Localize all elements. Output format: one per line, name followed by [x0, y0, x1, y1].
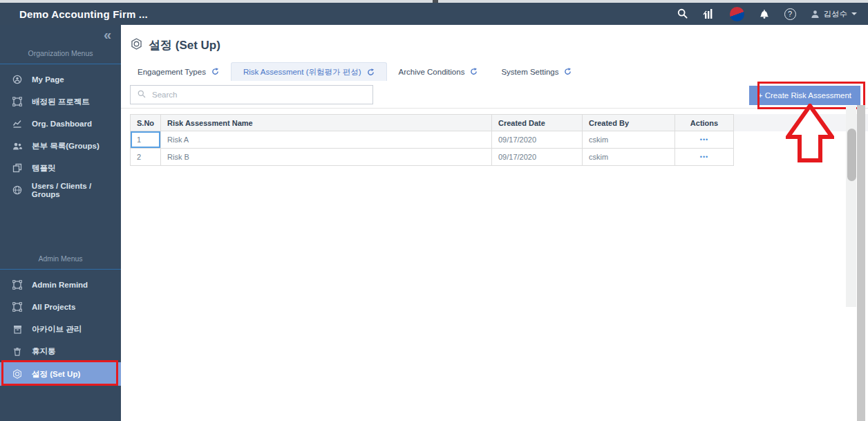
tab-system-settings[interactable]: System Settings: [489, 62, 583, 81]
sidebar-item-label: 아카이브 관리: [32, 324, 82, 335]
cell-created-date: 09/17/2020: [492, 131, 583, 149]
tab-label: System Settings: [501, 68, 558, 76]
col-header-name[interactable]: Risk Assessment Name: [161, 114, 492, 131]
all-projects-icon: [12, 302, 23, 312]
cell-name: Risk B: [161, 149, 492, 166]
create-risk-assessment-button[interactable]: + Create Risk Assessment: [749, 86, 860, 105]
page-title: 설정 (Set Up): [149, 37, 220, 53]
search-box[interactable]: [130, 85, 373, 104]
annotation-arrow-up: [786, 104, 834, 162]
admin-section-label: Admin Menus: [0, 251, 121, 270]
search-icon[interactable]: [677, 8, 688, 19]
tab-risk-assessment[interactable]: Risk Assessment (위험평가 편성): [231, 62, 387, 81]
admin-menu: Admin Remind All Projects 아카이브 관리 휴지통 설정…: [0, 270, 121, 386]
sidebar-item-label: Org. Dashboard: [32, 120, 92, 128]
refresh-icon[interactable]: [470, 68, 478, 75]
settings-gear-icon: [131, 38, 142, 53]
template-icon: [12, 163, 23, 173]
cell-created-by: cskim: [583, 149, 675, 166]
collapse-sidebar-icon[interactable]: «: [104, 28, 111, 41]
sidebar-item-label: Admin Remind: [32, 281, 88, 289]
sidebar-item-label: All Projects: [32, 303, 75, 311]
user-name: 김성수: [824, 9, 848, 19]
org-section-label: Organization Menus: [0, 46, 121, 64]
vertical-scrollbar[interactable]: [857, 105, 865, 421]
sidebar-item-setup[interactable]: 설정 (Set Up): [0, 362, 121, 386]
table-header-row: S.No Risk Assessment Name Created Date C…: [130, 114, 734, 131]
caret-down-icon: [851, 12, 857, 15]
sidebar-item-trash[interactable]: 휴지통: [0, 340, 121, 362]
sidebar-item-label: 배정된 프로젝트: [32, 97, 90, 107]
tab-engagement-types[interactable]: Engagement Types: [126, 62, 231, 81]
sidebar-item-templates[interactable]: 템플릿: [0, 157, 121, 179]
cell-created-by: cskim: [583, 131, 675, 149]
tab-label: Engagement Types: [138, 68, 206, 76]
col-header-created-by[interactable]: Created By: [583, 114, 675, 131]
admin-remind-icon: [12, 280, 23, 290]
app-title: Demo Accounting Firm ...: [19, 8, 148, 20]
users-clients-groups-icon: [12, 185, 23, 195]
sidebar-item-assigned-projects[interactable]: 배정된 프로젝트: [0, 91, 121, 113]
refresh-icon[interactable]: [211, 68, 219, 75]
org-menu: My Page 배정된 프로젝트 Org. Dashboard 본부 목록(Gr…: [0, 64, 121, 201]
tab-label: Archive Conditions: [399, 68, 465, 76]
korea-flag-icon[interactable]: [730, 7, 744, 21]
table-row[interactable]: 2 Risk B 09/17/2020 cskim •••: [130, 149, 734, 166]
sidebar-item-label: 템플릿: [32, 163, 56, 174]
bell-icon[interactable]: [759, 8, 770, 19]
search-input[interactable]: [152, 91, 352, 99]
trash-icon: [12, 347, 23, 356]
app-window: Demo Accounting Firm ... ? 김성수: [0, 0, 868, 421]
setup-gear-icon: [12, 369, 23, 379]
sidebar-item-label: My Page: [32, 75, 64, 84]
actions-ellipsis-icon[interactable]: •••: [700, 153, 708, 160]
toolbar: + Create Risk Assessment: [121, 81, 868, 109]
col-header-sno[interactable]: S.No: [130, 114, 161, 131]
main-content: 설정 (Set Up) Engagement Types Risk Assess…: [121, 25, 868, 421]
inner-scrollbar-thumb[interactable]: [847, 129, 856, 181]
analytics-icon[interactable]: [703, 8, 715, 19]
tab-label: Risk Assessment (위험평가 편성): [243, 67, 361, 77]
col-header-created-date[interactable]: Created Date: [492, 114, 583, 131]
sidebar: « Organization Menus My Page 배정된 프로젝트 Or…: [0, 25, 121, 421]
refresh-icon[interactable]: [367, 68, 375, 76]
cell-actions: •••: [675, 149, 734, 166]
search-input-icon: [138, 88, 146, 101]
user-menu[interactable]: 김성수: [811, 9, 858, 19]
user-icon: [811, 10, 820, 19]
sidebar-item-label: 휴지통: [32, 346, 56, 357]
sidebar-item-users-clients-groups[interactable]: Users / Clients / Groups: [0, 179, 121, 201]
tab-bar: Engagement Types Risk Assessment (위험평가 편…: [126, 62, 868, 81]
help-icon[interactable]: ?: [784, 8, 796, 20]
archive-icon: [12, 325, 23, 334]
create-button-label: Create Risk Assessment: [765, 91, 851, 100]
cell-created-date: 09/17/2020: [492, 149, 583, 166]
sidebar-item-archive-management[interactable]: 아카이브 관리: [0, 318, 121, 340]
sidebar-item-label: 설정 (Set Up): [32, 369, 80, 380]
sidebar-item-label: 본부 목록(Groups): [32, 141, 100, 151]
page-title-row: 설정 (Set Up): [121, 25, 868, 53]
sidebar-item-all-projects[interactable]: All Projects: [0, 296, 121, 318]
sidebar-item-org-dashboard[interactable]: Org. Dashboard: [0, 113, 121, 135]
sidebar-item-my-page[interactable]: My Page: [0, 68, 121, 91]
sidebar-item-groups-list[interactable]: 본부 목록(Groups): [0, 135, 121, 157]
cell-actions: •••: [675, 131, 734, 149]
assigned-projects-icon: [12, 97, 23, 106]
plus-icon: +: [758, 91, 763, 100]
groups-icon: [12, 142, 23, 151]
top-navbar: Demo Accounting Firm ... ? 김성수: [0, 3, 868, 25]
cell-sno[interactable]: 1: [130, 131, 161, 149]
tab-archive-conditions[interactable]: Archive Conditions: [387, 62, 490, 81]
sidebar-item-label: Users / Clients / Groups: [32, 182, 121, 198]
sidebar-item-admin-remind[interactable]: Admin Remind: [0, 274, 121, 296]
risk-assessment-table: S.No Risk Assessment Name Created Date C…: [130, 114, 734, 166]
actions-ellipsis-icon[interactable]: •••: [700, 136, 708, 143]
my-page-icon: [12, 75, 23, 84]
col-header-actions[interactable]: Actions: [675, 114, 734, 131]
table-row[interactable]: 1 Risk A 09/17/2020 cskim •••: [130, 131, 734, 149]
org-dashboard-icon: [12, 119, 23, 129]
topbar-actions: ? 김성수: [677, 7, 858, 21]
refresh-icon[interactable]: [564, 68, 572, 75]
cell-sno[interactable]: 2: [130, 149, 161, 166]
cell-name: Risk A: [161, 131, 492, 149]
